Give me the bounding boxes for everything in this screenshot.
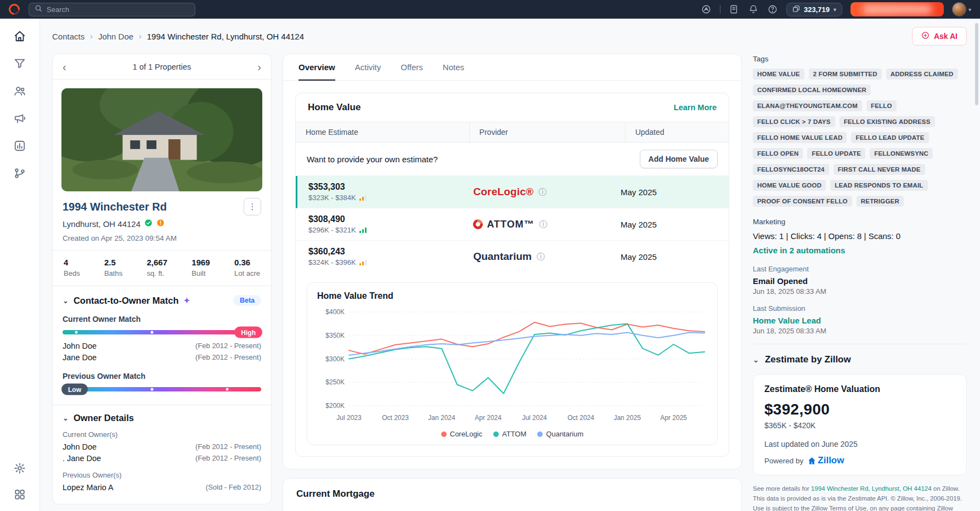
home-value-row-quantarium[interactable]: $360,243 $324K - $396K Quantarium ⓘ May … <box>296 241 729 272</box>
tab-offers[interactable]: Offers <box>401 54 423 81</box>
sidebar-item-reports[interactable] <box>13 139 26 152</box>
tag-chip[interactable]: FELLOSYNC18OCT24 <box>753 164 829 175</box>
powered-by-label: Powered by <box>764 457 803 465</box>
home-value-row-corelogic[interactable]: $353,303 $323K - $384K CoreLogic® ⓘ May … <box>296 176 729 208</box>
property-address-title: 1994 Winchester Rd <box>63 201 167 213</box>
search-box[interactable] <box>29 3 195 16</box>
tag-chip[interactable]: RETRIGGER <box>857 196 904 207</box>
library-icon[interactable] <box>729 4 740 15</box>
svg-text:Oct 2023: Oct 2023 <box>382 414 409 422</box>
tag-chip[interactable]: ADDRESS CLAIMED <box>886 69 958 80</box>
boost-icon[interactable] <box>701 4 712 15</box>
owner-period: (Feb 2012 - Present) <box>195 353 261 361</box>
info-icon[interactable]: ⓘ <box>538 187 547 197</box>
help-icon[interactable] <box>767 4 778 15</box>
legend-item: ATTOM <box>493 430 526 438</box>
avatar <box>952 2 966 16</box>
stat-value: 1969 <box>192 258 210 267</box>
chevron-right-icon[interactable]: › <box>257 61 261 72</box>
home-value-row-attom[interactable]: $308,490 $296K - $321K ATTOM™ ⓘ May 2025 <box>296 208 729 241</box>
search-input[interactable] <box>47 5 189 14</box>
column-updated: Updated <box>625 122 729 142</box>
legend-item: CoreLogic <box>441 430 482 438</box>
sidebar-item-marketing[interactable] <box>13 112 26 125</box>
tag-chip[interactable]: LEAD RESPONDS TO EMAIL <box>830 180 927 191</box>
tag-chip[interactable]: FELLO HOME VALUE LEAD <box>753 132 847 143</box>
sidebar-item-home[interactable] <box>13 30 26 43</box>
tag-chip[interactable]: FELLO EXISTING ADDRESS <box>840 116 935 127</box>
chevron-left-icon[interactable]: ‹ <box>63 61 66 72</box>
tag-chip[interactable]: FELLO UPDATE <box>807 148 865 159</box>
svg-text:Jul 2023: Jul 2023 <box>336 414 362 422</box>
tag-chip[interactable]: 2 FORM SUBMITTED <box>809 69 882 80</box>
info-icon[interactable]: ⓘ <box>537 252 545 262</box>
last-submission-link[interactable]: Home Value Lead <box>753 316 967 325</box>
page-header: Contacts › John Doe › 1994 Winchester Rd… <box>52 19 967 54</box>
tag-chip[interactable]: HOME VALUE <box>753 69 804 80</box>
owner-period: (Feb 2012 - Present) <box>195 442 261 451</box>
owner-row: Jane Doe (Feb 2012 - Present) <box>63 351 261 363</box>
tag-chip[interactable]: ELANA@THEYOUNGTEAM.COM <box>753 100 862 111</box>
home-value-card: Home Value Learn More Home Estimate Prov… <box>295 93 729 457</box>
corelogic-logo: CoreLogic® <box>473 186 533 198</box>
trend-legend: CoreLogicATTOMQuantarium <box>317 430 707 438</box>
tab-overview[interactable]: Overview <box>298 54 335 81</box>
last-engagement-label: Last Engagement <box>753 265 967 273</box>
notifications-bell-icon[interactable] <box>748 4 759 15</box>
stat-value: 2.5 <box>104 258 122 267</box>
tag-chip[interactable]: PROOF OF CONSENT FELLO <box>753 196 852 207</box>
automations-link[interactable]: Active in 2 automations <box>753 246 967 255</box>
tag-chip[interactable]: FELLONEWSYNC <box>870 148 933 159</box>
user-menu[interactable]: ▾ <box>952 2 971 16</box>
quantarium-logo: Quantarium <box>473 251 532 263</box>
credits-chip[interactable]: 323,719 ▾ <box>786 3 842 16</box>
breadcrumb-contact-name[interactable]: John Doe <box>98 32 133 41</box>
tag-chip[interactable]: HOME VALUE GOOD <box>753 180 826 191</box>
owner-details-header[interactable]: ⌄ Owner Details <box>63 413 261 423</box>
info-icon[interactable]: ⓘ <box>539 219 548 230</box>
tab-activity[interactable]: Activity <box>355 54 381 81</box>
tags-list: HOME VALUE2 FORM SUBMITTEDADDRESS CLAIME… <box>753 69 967 207</box>
current-mortgage-card: Current Mortgage Total Mortgage Balance … <box>283 478 742 511</box>
created-date: Created on Apr 25, 2023 09:54 AM <box>53 229 271 251</box>
mortgage-title: Current Mortgage <box>296 489 728 499</box>
tag-chip[interactable]: FIRST CALL NEVER MADE <box>833 164 925 175</box>
own-estimate-row: Want to provide your own estimate? Add H… <box>296 143 729 176</box>
chevron-right-icon: › <box>139 32 142 41</box>
owner-row: . Jane Doe (Feb 2012 - Present) <box>63 452 261 464</box>
tag-chip[interactable]: FELLO <box>866 100 897 111</box>
ask-ai-button[interactable]: Ask AI <box>912 27 967 46</box>
stat-value: 0.36 <box>234 258 260 267</box>
breadcrumb-contacts[interactable]: Contacts <box>52 32 85 41</box>
estimate-range: $323K - $384K <box>308 194 356 202</box>
fello-logo[interactable] <box>7 2 22 17</box>
apps-grid-icon[interactable] <box>13 488 26 501</box>
tab-notes[interactable]: Notes <box>443 54 464 81</box>
disclaimer-address-link[interactable]: 1994 Winchester Rd, Lyndhurst, OH 44124 <box>811 485 931 492</box>
tag-chip[interactable]: FELLO CLICK > 7 DAYS <box>753 116 835 127</box>
sidebar-item-contacts[interactable] <box>13 84 26 98</box>
owner-name: Lopez Mario A <box>63 483 114 492</box>
zestimate-section-header[interactable]: ⌄ Zestimate by Zillow <box>753 344 967 365</box>
svg-text:Jul 2024: Jul 2024 <box>522 414 547 422</box>
estimate-value: $308,490 <box>308 214 472 224</box>
last-submission-label: Last Submission <box>753 304 967 313</box>
scrollbar-thumb[interactable] <box>975 23 978 105</box>
kebab-menu-button[interactable]: ⋮ <box>244 198 261 215</box>
tag-chip[interactable]: FELLO OPEN <box>753 148 803 159</box>
stat-label: Baths <box>104 269 122 277</box>
svg-text:Apr 2024: Apr 2024 <box>475 414 502 422</box>
sidebar-item-filters[interactable] <box>13 57 26 70</box>
match-section-header[interactable]: ⌄ Contact-to-Owner Match ✦ Beta <box>63 295 261 306</box>
settings-gear-icon[interactable] <box>13 462 26 475</box>
redacted-action-button[interactable] <box>851 2 944 16</box>
tag-chip[interactable]: CONFIRMED LOCAL HOMEOWNER <box>753 84 871 95</box>
stat-value: 2,667 <box>147 258 167 267</box>
match-level-badge: High <box>234 327 262 338</box>
learn-more-link[interactable]: Learn More <box>674 103 717 112</box>
add-home-value-button[interactable]: Add Home Value <box>640 150 718 168</box>
sidebar-item-automations[interactable] <box>13 167 26 180</box>
left-sidebar <box>0 19 40 511</box>
tags-title: Tags <box>753 55 967 63</box>
tag-chip[interactable]: FELLO LEAD UPDATE <box>851 132 928 143</box>
